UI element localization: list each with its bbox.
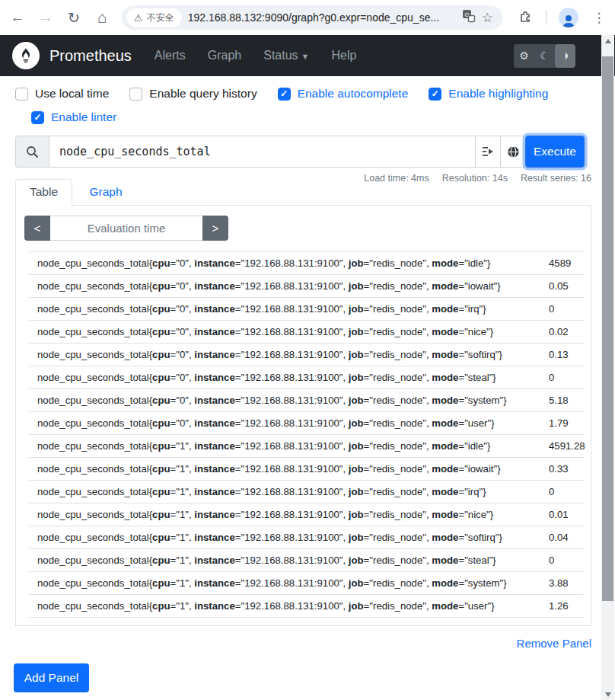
auto-theme-contrast-icon[interactable]: ◑: [555, 44, 575, 68]
load-time: Load time: 4ms: [364, 173, 429, 184]
query-tree-view-icon[interactable]: [475, 136, 500, 168]
scroll-up-icon[interactable]: [601, 35, 614, 46]
metric-expression: node_cpu_seconds_total{cpu="1", instance…: [37, 532, 549, 543]
metric-value: 5.18: [549, 395, 584, 406]
execute-button[interactable]: Execute: [525, 136, 585, 168]
checkbox-icon[interactable]: [129, 88, 142, 101]
nav-link-help[interactable]: Help: [331, 49, 356, 62]
table-row: node_cpu_seconds_total{cpu="0", instance…: [29, 252, 584, 275]
metric-value: 0.01: [549, 509, 584, 520]
metric-expression: node_cpu_seconds_total{cpu="1", instance…: [37, 486, 549, 497]
url-text[interactable]: 192.168.88.132:9090/graph?g0.expr=node_c…: [188, 11, 456, 24]
eval-time-next-button[interactable]: >: [202, 216, 228, 241]
table-row: node_cpu_seconds_total{cpu="0", instance…: [29, 321, 584, 344]
browser-toolbar: ← → ↻ ⌂ ⚠ 不安全 192.168.88.132:9090/graph?…: [0, 0, 615, 35]
resolution: Resolution: 14s: [442, 173, 508, 184]
browser-menu-icon[interactable]: ⋮: [591, 10, 607, 26]
metric-value: 1.79: [549, 417, 584, 429]
address-bar[interactable]: ⚠ 不安全 192.168.88.132:9090/graph?g0.expr=…: [122, 5, 502, 30]
metric-value: 0: [549, 555, 584, 566]
panel-tabs: Table Graph Load time: 4ms Resolution: 1…: [15, 179, 591, 206]
metric-expression: node_cpu_seconds_total{cpu="0", instance…: [37, 372, 549, 383]
checkbox-enable-highlighting[interactable]: Enable highlighting: [429, 87, 548, 101]
metric-value: 0.33: [549, 463, 584, 475]
metric-expression: node_cpu_seconds_total{cpu="0", instance…: [37, 417, 549, 429]
table-row: node_cpu_seconds_total{cpu="1", instance…: [29, 549, 584, 572]
profile-avatar[interactable]: [559, 8, 578, 27]
scroll-down-icon[interactable]: [601, 689, 614, 700]
table-row: node_cpu_seconds_total{cpu="1", instance…: [29, 435, 584, 458]
options-row-1: Use local time Enable query history Enab…: [15, 87, 576, 101]
prometheus-navbar: Prometheus Alerts Graph Status▼ Help ⚙ ☾…: [0, 35, 615, 76]
warning-icon: ⚠: [134, 12, 143, 24]
metric-value: 0.05: [549, 280, 584, 292]
table-row: node_cpu_seconds_total{cpu="0", instance…: [29, 275, 584, 298]
evaluation-time-control: < >: [24, 216, 228, 241]
checkbox-icon[interactable]: [429, 88, 441, 101]
back-icon[interactable]: ←: [9, 9, 26, 26]
metric-expression: node_cpu_seconds_total{cpu="1", instance…: [37, 509, 549, 520]
search-icon: [15, 136, 49, 168]
metric-expression: node_cpu_seconds_total{cpu="0", instance…: [37, 349, 549, 360]
nav-link-alerts[interactable]: Alerts: [155, 49, 186, 62]
metric-table: node_cpu_seconds_total{cpu="0", instance…: [29, 251, 584, 618]
result-series: Result series: 16: [521, 173, 591, 184]
checkbox-icon[interactable]: [31, 111, 44, 124]
checkbox-icon[interactable]: [15, 88, 28, 101]
browser-actions: ⋮: [518, 8, 607, 27]
settings-gear-icon[interactable]: ⚙: [514, 44, 534, 68]
add-panel-button[interactable]: Add Panel: [14, 663, 89, 692]
home-icon[interactable]: ⌂: [94, 8, 110, 27]
graph-page: Use local time Enable query history Enab…: [0, 76, 576, 692]
table-row: node_cpu_seconds_total{cpu="1", instance…: [29, 458, 584, 481]
eval-time-prev-button[interactable]: <: [24, 216, 50, 241]
remove-panel-link[interactable]: Remove Panel: [517, 637, 591, 650]
table-row: node_cpu_seconds_total{cpu="0", instance…: [29, 366, 584, 389]
metrics-explorer-globe-icon[interactable]: [500, 136, 525, 168]
table-row: node_cpu_seconds_total{cpu="0", instance…: [29, 344, 584, 366]
nav-links: Alerts Graph Status▼ Help: [155, 49, 357, 62]
table-row: node_cpu_seconds_total{cpu="1", instance…: [29, 526, 584, 549]
nav-link-status[interactable]: Status▼: [263, 49, 309, 62]
table-row: node_cpu_seconds_total{cpu="1", instance…: [29, 503, 584, 526]
forward-icon: →: [37, 9, 54, 26]
query-stats: Load time: 4ms Resolution: 14s Result se…: [364, 173, 591, 184]
security-chip[interactable]: ⚠ 不安全: [126, 8, 182, 27]
evaluation-time-input[interactable]: [50, 216, 202, 241]
metric-value: 0: [549, 486, 584, 497]
table-row: node_cpu_seconds_total{cpu="1", instance…: [29, 572, 584, 595]
options-row-2: Enable linter: [31, 110, 576, 124]
table-row: node_cpu_seconds_total{cpu="1", instance…: [29, 595, 584, 618]
metric-value: 0.13: [549, 349, 584, 360]
tab-graph[interactable]: Graph: [76, 180, 136, 205]
brand-title[interactable]: Prometheus: [49, 47, 132, 65]
metric-value: 0: [549, 303, 584, 315]
checkbox-enable-query-history[interactable]: Enable query history: [129, 87, 257, 101]
checkbox-icon[interactable]: [278, 88, 291, 101]
metric-value: 0: [549, 372, 584, 383]
table-panel: < > node_cpu_seconds_total{cpu="0", inst…: [15, 206, 591, 626]
checkbox-enable-autocomplete[interactable]: Enable autocomplete: [278, 87, 409, 101]
translate-icon[interactable]: G: [462, 9, 476, 26]
tab-table[interactable]: Table: [15, 179, 72, 206]
query-input-group: Execute: [15, 136, 585, 168]
extensions-icon[interactable]: [518, 8, 534, 27]
metric-expression: node_cpu_seconds_total{cpu="1", instance…: [37, 463, 549, 475]
chevron-down-icon: ▼: [301, 52, 310, 61]
table-row: node_cpu_seconds_total{cpu="0", instance…: [29, 298, 584, 321]
reload-icon[interactable]: ↻: [65, 9, 82, 27]
scrollbar-thumb[interactable]: [602, 56, 613, 601]
prometheus-logo-icon[interactable]: [12, 42, 40, 69]
nav-link-graph[interactable]: Graph: [208, 49, 241, 62]
page-scrollbar[interactable]: [601, 35, 614, 700]
checkbox-enable-linter[interactable]: Enable linter: [31, 110, 116, 124]
dark-theme-moon-icon[interactable]: ☾: [534, 44, 555, 68]
table-row: node_cpu_seconds_total{cpu="0", instance…: [29, 412, 584, 435]
checkbox-use-local-time[interactable]: Use local time: [15, 87, 109, 101]
query-expression-input[interactable]: [49, 136, 475, 168]
table-row: node_cpu_seconds_total{cpu="0", instance…: [29, 389, 584, 412]
metric-value: 0.04: [549, 532, 584, 543]
metric-value: 4591.28: [549, 440, 584, 452]
bookmark-star-icon[interactable]: ☆: [482, 10, 493, 26]
table-row: node_cpu_seconds_total{cpu="1", instance…: [29, 481, 584, 503]
